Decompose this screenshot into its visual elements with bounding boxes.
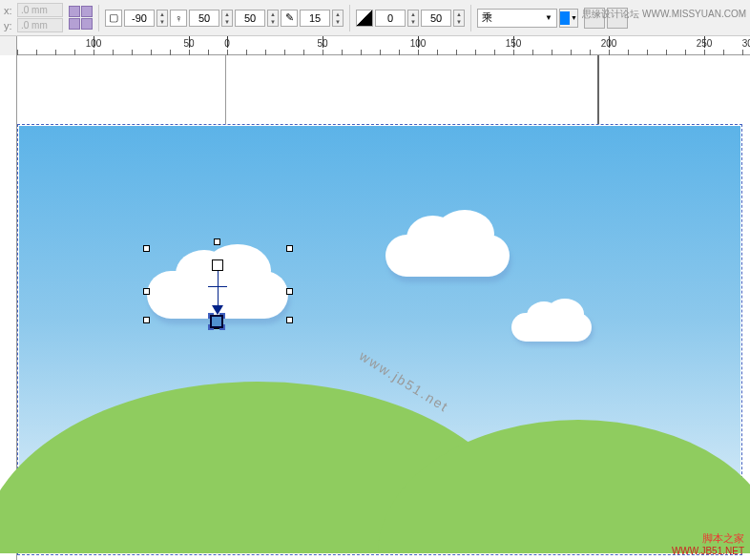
- horizontal-ruler[interactable]: 10050050100150200250300: [0, 36, 750, 55]
- feather-input[interactable]: [300, 10, 330, 27]
- cloud-small: [511, 313, 592, 342]
- selection-handle[interactable]: [286, 245, 293, 252]
- separator: [98, 5, 99, 31]
- cloud-large: [385, 235, 510, 277]
- sig-url: WWW.JB51.NET: [672, 546, 744, 556]
- feather-group: ✎ ▲▼: [281, 10, 344, 27]
- mid-group: ▲▼: [235, 10, 279, 27]
- angle-input[interactable]: [124, 10, 155, 27]
- pad-group: ♀ ▲▼: [170, 10, 233, 27]
- accel-spinner-1[interactable]: ▲▼: [407, 10, 419, 27]
- lock-btn-3[interactable]: [69, 18, 80, 30]
- selection-handle[interactable]: [143, 288, 150, 295]
- selection-handle[interactable]: [214, 239, 220, 245]
- lock-btn-4[interactable]: [81, 18, 93, 30]
- pad-icon[interactable]: ♀: [170, 10, 187, 27]
- mid-spinner[interactable]: ▲▼: [267, 10, 279, 27]
- ruler-ticks: 10050050100150200250300: [17, 36, 750, 54]
- blend-mode-label: 乘: [482, 10, 492, 25]
- separator: [349, 5, 350, 31]
- gradient-start-node[interactable]: [212, 259, 223, 271]
- accel-spinner-2[interactable]: ▲▼: [453, 10, 465, 27]
- color-swatch: [560, 11, 570, 25]
- selection-handle[interactable]: [143, 317, 150, 323]
- sky-background: www.jb51.net: [19, 126, 740, 553]
- y-label: y:: [4, 20, 15, 31]
- color-picker[interactable]: ▼: [559, 9, 578, 28]
- y-value: .0 mm: [17, 18, 63, 32]
- gradient-mid-handle[interactable]: [208, 286, 227, 287]
- page-boundary: [225, 55, 599, 124]
- lock-buttons: [69, 6, 93, 30]
- angle-spinner[interactable]: ▲▼: [156, 10, 168, 27]
- ruler-origin[interactable]: [0, 36, 17, 55]
- gradient-arrow-icon: [212, 305, 223, 315]
- property-bar: x:.0 mm y:.0 mm ▢ ▲▼ ♀ ▲▼ ▲▼ ✎ ▲▼ ▲▼ ▲▼ …: [0, 0, 750, 36]
- x-value: .0 mm: [17, 3, 63, 17]
- gradient-end-node[interactable]: [210, 315, 223, 328]
- gradient-vector[interactable]: [218, 271, 219, 309]
- canvas[interactable]: www.jb51.net: [17, 55, 750, 560]
- signature: 脚本之家 WWW.JB51.NET: [672, 531, 744, 556]
- x-label: x:: [4, 5, 15, 16]
- angle-icon[interactable]: ▢: [105, 10, 122, 27]
- mid-input[interactable]: [235, 10, 265, 27]
- feather-icon[interactable]: ✎: [281, 10, 298, 27]
- chevron-down-icon: ▼: [545, 13, 552, 22]
- separator: [470, 5, 471, 31]
- accel-input-2[interactable]: [421, 10, 451, 27]
- blend-mode-dropdown[interactable]: 乘 ▼: [477, 9, 557, 28]
- accel-group-2: ▲▼: [421, 10, 465, 27]
- pad-spinner[interactable]: ▲▼: [221, 10, 233, 27]
- feather-spinner[interactable]: ▲▼: [332, 10, 344, 27]
- workspace: www.jb51.net: [0, 55, 750, 560]
- coords-display: x:.0 mm y:.0 mm: [4, 3, 63, 32]
- accel-input-1[interactable]: [375, 10, 406, 27]
- lock-btn-1[interactable]: [69, 6, 80, 17]
- angle-group: ▢ ▲▼: [105, 10, 168, 27]
- blend-icon[interactable]: [356, 10, 373, 27]
- selection-handle[interactable]: [286, 317, 293, 323]
- watermark-text: 思缘设计论坛 WWW.MISSYUAN.COM: [582, 8, 746, 21]
- sig-main: 脚本之家: [672, 531, 744, 546]
- pad-input[interactable]: [189, 10, 219, 27]
- lock-btn-2[interactable]: [81, 6, 93, 17]
- accel-group: ▲▼: [375, 10, 419, 27]
- selection-handle[interactable]: [143, 245, 150, 252]
- selection-handle[interactable]: [286, 288, 293, 295]
